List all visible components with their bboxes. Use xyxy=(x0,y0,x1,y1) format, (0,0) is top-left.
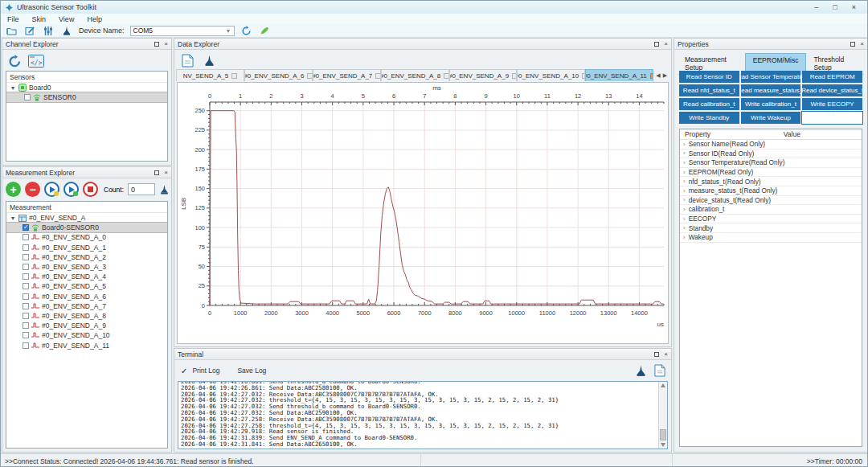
brush-icon[interactable] xyxy=(634,365,647,376)
chevron-right-icon[interactable]: › xyxy=(683,224,686,231)
env-chart[interactable]: 0011000220003300044000550006600077000880… xyxy=(178,83,668,344)
data-tab[interactable]: #0_ENV_SEND_A_11 xyxy=(585,69,653,81)
tab-next-icon[interactable]: ▶ xyxy=(663,72,667,79)
chevron-right-icon[interactable]: › xyxy=(683,141,686,148)
edit-icon[interactable] xyxy=(23,25,36,36)
eeprom-action-button[interactable]: Read EEPROM xyxy=(802,71,862,83)
eeprom-action-button[interactable]: Read calibration_t xyxy=(679,98,739,110)
maximize-button[interactable]: □ xyxy=(833,3,837,11)
data-tab[interactable]: #0_ENV_SEND_A_6 xyxy=(244,69,313,81)
pin-icon[interactable] xyxy=(654,352,659,357)
run-once-button[interactable] xyxy=(44,182,59,197)
scroll-down-icon[interactable] xyxy=(661,443,665,447)
measurement-item-checkbox[interactable] xyxy=(23,254,29,260)
measurement-item[interactable]: #0_ENV_SEND_A_8 xyxy=(6,311,167,321)
measurement-item-checkbox[interactable] xyxy=(23,264,29,270)
chevron-right-icon[interactable]: › xyxy=(683,169,686,176)
measurement-item[interactable]: #0_ENV_SEND_A_4 xyxy=(6,272,167,281)
add-measurement-button[interactable]: + xyxy=(6,182,21,197)
code-icon[interactable]: </> xyxy=(27,54,45,68)
board0-sensor0-checkbox[interactable] xyxy=(23,224,29,231)
chevron-right-icon[interactable]: › xyxy=(683,159,686,166)
measurement-item-checkbox[interactable] xyxy=(23,293,29,300)
sensor0-checkbox[interactable] xyxy=(24,94,31,100)
property-row[interactable]: ›Standby xyxy=(680,223,862,233)
eeprom-action-button[interactable]: Read measure_status_t xyxy=(741,84,801,96)
measurement-item[interactable]: #0_ENV_SEND_A_3 xyxy=(6,262,167,272)
chevron-right-icon[interactable]: › xyxy=(683,196,686,203)
property-row[interactable]: ›nfd_status_t(Read Only) xyxy=(680,177,862,186)
tree-item-group[interactable]: ▾ #0_ENV_SEND_A xyxy=(6,213,167,223)
terminal-log[interactable]: 2026-04-06 19:42:26.861: Send threshold_… xyxy=(178,381,668,449)
data-tab[interactable]: #0_ENV_SEND_A_8 xyxy=(381,69,449,81)
data-tab[interactable]: #0_ENV_SEND_A_10 xyxy=(517,69,585,81)
measurement-item-checkbox[interactable] xyxy=(23,244,29,251)
scroll-up-icon[interactable] xyxy=(661,383,665,387)
refresh-channels-icon[interactable] xyxy=(6,54,23,68)
close-icon[interactable]: × xyxy=(664,351,668,358)
menu-help[interactable]: Help xyxy=(87,15,102,23)
close-icon[interactable]: × xyxy=(164,170,168,176)
pin-icon[interactable] xyxy=(654,42,659,47)
brush-icon[interactable] xyxy=(159,184,170,195)
chevron-right-icon[interactable]: › xyxy=(683,150,686,157)
property-row[interactable]: ›Sensor Temperature(Read Only) xyxy=(680,158,862,168)
measurement-item-checkbox[interactable] xyxy=(23,313,29,319)
eeprom-action-button[interactable]: Write Standby xyxy=(679,112,739,124)
eeprom-action-button[interactable]: Read Sensor Temperature xyxy=(741,71,801,83)
close-icon[interactable]: × xyxy=(664,41,668,47)
terminal-scrollbar[interactable] xyxy=(658,382,667,449)
menu-view[interactable]: View xyxy=(59,15,74,23)
brush-icon[interactable] xyxy=(201,53,217,68)
measurement-item-checkbox[interactable] xyxy=(23,283,29,289)
eeprom-action-button[interactable]: Read device_status_t xyxy=(802,84,862,96)
measurement-item[interactable]: #0_ENV_SEND_A_2 xyxy=(6,252,167,262)
brush-icon[interactable] xyxy=(60,25,73,36)
tree-item-sensor0[interactable]: SENSOR0 xyxy=(6,92,167,102)
property-row[interactable]: ›Sensor ID(Read Only) xyxy=(680,150,862,159)
measurement-item[interactable]: #0_ENV_SEND_A_1 xyxy=(6,243,167,252)
eeprom-action-button[interactable]: Write EECOPY xyxy=(802,98,862,110)
property-row[interactable]: ›device_status_t(Read Only) xyxy=(680,196,862,206)
collapse-icon[interactable]: ▾ xyxy=(10,215,16,222)
measurement-item-checkbox[interactable] xyxy=(23,273,29,280)
property-row[interactable]: ›Wakeup xyxy=(680,233,862,243)
measurement-item-checkbox[interactable] xyxy=(23,303,29,309)
eeprom-action-button[interactable]: Write Wakeup xyxy=(741,112,801,124)
measurement-item[interactable]: #0_ENV_SEND_A_11 xyxy=(6,340,167,350)
sliders-icon[interactable] xyxy=(42,25,55,36)
close-button[interactable]: × xyxy=(852,3,856,11)
eeprom-action-button[interactable]: Read Sensor ID xyxy=(679,71,739,83)
scroll-thumb[interactable] xyxy=(660,429,666,440)
device-name-combo[interactable]: COM5 ▼ xyxy=(130,26,235,36)
measurement-item[interactable]: #0_ENV_SEND_A_7 xyxy=(6,301,167,311)
chevron-right-icon[interactable]: › xyxy=(683,206,686,213)
pin-icon[interactable] xyxy=(154,170,159,175)
save-log-icon[interactable] xyxy=(653,365,666,376)
measurement-item-checkbox[interactable] xyxy=(23,322,29,329)
stop-button[interactable] xyxy=(83,182,98,197)
eeprom-action-button[interactable]: Write calibration_t xyxy=(741,98,801,110)
measurement-item[interactable]: #0_ENV_SEND_A_0 xyxy=(6,232,167,242)
measurement-item-checkbox[interactable] xyxy=(23,332,29,338)
data-tab[interactable]: #0_ENV_SEND_A_9 xyxy=(449,69,518,81)
menu-skin[interactable]: Skin xyxy=(32,15,47,23)
property-row[interactable]: ›Sensor Name(Read Only) xyxy=(680,140,862,150)
measurement-item-checkbox[interactable] xyxy=(23,342,29,349)
save-data-icon[interactable] xyxy=(179,53,195,68)
pin-icon[interactable] xyxy=(850,42,855,47)
chevron-right-icon[interactable]: › xyxy=(683,215,686,223)
save-log-checkbox[interactable]: Save Log xyxy=(237,367,266,375)
collapse-icon[interactable]: ▾ xyxy=(10,84,16,92)
eeprom-action-button[interactable]: Read nfd_status_t xyxy=(679,84,739,96)
refresh-icon[interactable] xyxy=(240,25,253,36)
pin-icon[interactable] xyxy=(154,42,159,47)
chevron-right-icon[interactable]: › xyxy=(683,178,686,185)
property-row[interactable]: ›EECOPY xyxy=(680,215,862,224)
tab-close-icon[interactable] xyxy=(231,73,237,79)
property-row[interactable]: ›EEPROM(Read Only) xyxy=(680,168,862,178)
property-row[interactable]: ›calibration_t xyxy=(680,205,862,215)
property-row[interactable]: ›measure_status_t(Read Only) xyxy=(680,186,862,196)
run-continuous-button[interactable] xyxy=(63,182,79,197)
measurement-item[interactable]: #0_ENV_SEND_A_6 xyxy=(6,292,167,301)
